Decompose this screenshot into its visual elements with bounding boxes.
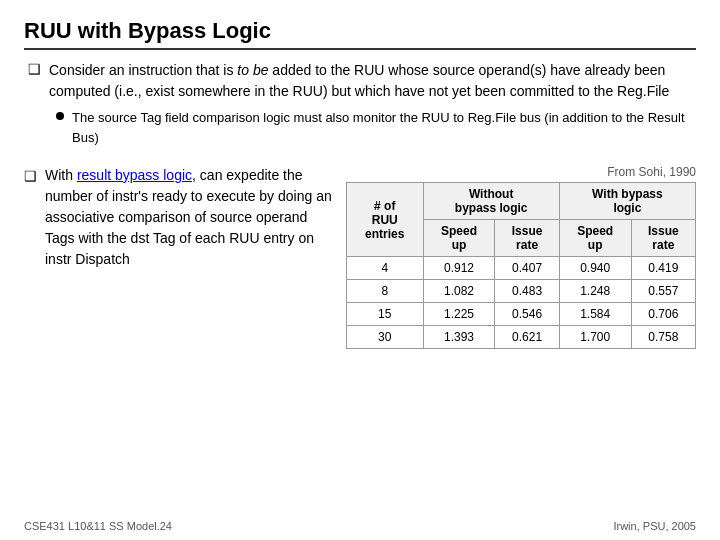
table-cell: 0.546 — [495, 303, 559, 326]
th-with-bypass: With bypasslogic — [559, 183, 695, 220]
bullet1-diamond: ❑ — [28, 61, 41, 77]
table-cell: 1.584 — [559, 303, 631, 326]
table-row: 81.0820.4831.2480.557 — [347, 280, 696, 303]
footer: CSE431 L10&11 SS Model.24 Irwin, PSU, 20… — [24, 520, 696, 532]
table-row: 151.2250.5461.5840.706 — [347, 303, 696, 326]
th-speed-up-1: Speedup — [423, 220, 495, 257]
result-bypass-link: result bypass logic — [77, 167, 192, 183]
title-section: RUU with Bypass Logic — [24, 18, 696, 50]
table-cell: 1.248 — [559, 280, 631, 303]
table-cell: 0.483 — [495, 280, 559, 303]
table-row: 301.3930.6211.7000.758 — [347, 326, 696, 349]
th-issue-rate-1: Issuerate — [495, 220, 559, 257]
th-speed-up-2: Speedup — [559, 220, 631, 257]
sub-bullet-text: The source Tag field comparison logic mu… — [72, 108, 696, 147]
table-cell: 0.912 — [423, 257, 495, 280]
bullet1-text: Consider an instruction that is to be ad… — [49, 60, 696, 102]
table-row: 40.9120.4070.9400.419 — [347, 257, 696, 280]
page-title: RUU with Bypass Logic — [24, 18, 271, 43]
bullet1-section: ❑ Consider an instruction that is to be … — [24, 60, 696, 155]
table-cell: 1.700 — [559, 326, 631, 349]
citation: From Sohi, 1990 — [607, 165, 696, 179]
right-table-section: From Sohi, 1990 # ofRUUentries Withoutby… — [346, 165, 696, 349]
main-content: ❑ With result bypass logic, can expedite… — [24, 165, 696, 349]
bullet2-text: With result bypass logic, can expedite t… — [45, 165, 334, 270]
table-cell: 15 — [347, 303, 424, 326]
table-cell: 0.940 — [559, 257, 631, 280]
bullet2-row: ❑ With result bypass logic, can expedite… — [24, 165, 334, 270]
table-cell: 30 — [347, 326, 424, 349]
footer-right: Irwin, PSU, 2005 — [613, 520, 696, 532]
table-cell: 1.393 — [423, 326, 495, 349]
left-text: ❑ With result bypass logic, can expedite… — [24, 165, 334, 270]
table-cell: 4 — [347, 257, 424, 280]
table-cell: 1.082 — [423, 280, 495, 303]
th-without-bypass: Withoutbypass logic — [423, 183, 559, 220]
table-cell: 0.419 — [631, 257, 695, 280]
sub-bullet-dot — [56, 112, 64, 120]
table-cell: 0.706 — [631, 303, 695, 326]
table-cell: 8 — [347, 280, 424, 303]
table-cell: 0.407 — [495, 257, 559, 280]
table-cell: 0.758 — [631, 326, 695, 349]
italic-to-be: to be — [237, 62, 268, 78]
page: RUU with Bypass Logic ❑ Consider an inst… — [0, 0, 720, 540]
sub-bullet-section: The source Tag field comparison logic mu… — [56, 108, 696, 147]
th-issue-rate-2: Issuerate — [631, 220, 695, 257]
data-table: # ofRUUentries Withoutbypass logic With … — [346, 182, 696, 349]
table-cell: 0.557 — [631, 280, 695, 303]
table-cell: 1.225 — [423, 303, 495, 326]
bullet1-row: ❑ Consider an instruction that is to be … — [28, 60, 696, 102]
bullet2-diamond: ❑ — [24, 166, 37, 187]
th-entries: # ofRUUentries — [347, 183, 424, 257]
table-cell: 0.621 — [495, 326, 559, 349]
footer-left: CSE431 L10&11 SS Model.24 — [24, 520, 172, 532]
